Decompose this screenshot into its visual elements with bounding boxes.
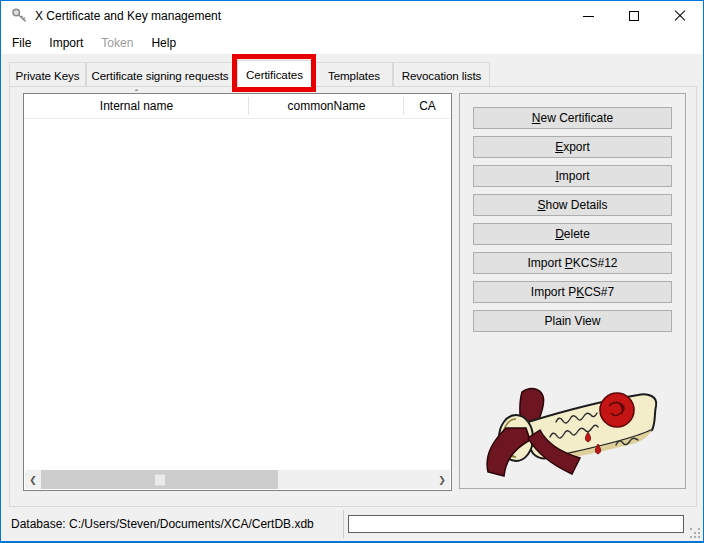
certificate-list-body[interactable]	[24, 120, 451, 469]
column-label: commonName	[287, 99, 365, 113]
scrollbar-grip	[155, 474, 165, 485]
menu-help[interactable]: Help	[142, 31, 185, 54]
column-header-internal-name[interactable]: ˆ Internal name	[24, 94, 249, 118]
column-header-common-name[interactable]: commonName	[249, 94, 404, 118]
database-path-label: Database: C:/Users/Steven/Documents/XCA/…	[11, 507, 314, 541]
minimize-button[interactable]	[565, 1, 611, 31]
import-button[interactable]: Import	[473, 165, 672, 187]
xca-window: X Certificate and Key management File Im…	[0, 0, 704, 543]
title-bar: X Certificate and Key management	[1, 1, 703, 31]
key-icon	[11, 7, 29, 25]
close-button[interactable]	[657, 1, 703, 31]
menu-import[interactable]: Import	[40, 31, 92, 54]
scrollbar-thumb[interactable]	[41, 470, 278, 489]
tab-revocation-lists[interactable]: Revocation lists	[393, 62, 490, 87]
column-label: CA	[419, 99, 436, 113]
sort-ascending-icon: ˆ	[135, 90, 138, 100]
tab-certificate-signing-requests[interactable]: Certificate signing requests	[86, 62, 234, 87]
maximize-button[interactable]	[611, 1, 657, 31]
tab-certificates[interactable]: Certificates	[237, 60, 312, 87]
scroll-left-icon[interactable]: ❮	[25, 470, 41, 489]
certificate-list-header: ˆ Internal name commonName CA	[24, 94, 451, 119]
certificate-scroll-logo	[476, 382, 668, 480]
minimize-icon	[583, 16, 594, 17]
window-controls	[565, 1, 703, 31]
tab-templates[interactable]: Templates	[315, 62, 393, 87]
resize-grip[interactable]	[690, 528, 700, 538]
column-header-ca[interactable]: CA	[404, 94, 451, 118]
certificate-list: ˆ Internal name commonName CA ❮	[23, 93, 452, 491]
status-divider	[343, 510, 344, 538]
action-panel: New Certificate Export Import Show Detai…	[459, 93, 686, 489]
menu-token: Token	[92, 31, 142, 54]
scroll-right-icon[interactable]: ❯	[434, 470, 450, 489]
close-icon	[674, 10, 686, 22]
window-title: X Certificate and Key management	[35, 9, 221, 23]
search-filter-input[interactable]	[348, 515, 684, 533]
maximize-icon	[629, 11, 639, 21]
menu-bar: File Import Token Help	[1, 31, 703, 54]
delete-button[interactable]: Delete	[473, 223, 672, 245]
new-certificate-button[interactable]: New Certificate	[473, 107, 672, 129]
import-pkcs12-button[interactable]: Import PKCS#12	[473, 252, 672, 274]
export-button[interactable]: Export	[473, 136, 672, 158]
import-pkcs7-button[interactable]: Import PKCS#7	[473, 281, 672, 303]
status-bar: Database: C:/Users/Steven/Documents/XCA/…	[1, 507, 703, 541]
scrollbar-track[interactable]	[41, 470, 434, 489]
column-label: Internal name	[100, 99, 173, 113]
show-details-button[interactable]: Show Details	[473, 194, 672, 216]
plain-view-button[interactable]: Plain View	[473, 310, 672, 332]
certificates-tab-page: ˆ Internal name commonName CA ❮	[9, 86, 697, 507]
horizontal-scrollbar: ❮ ❯	[25, 470, 450, 489]
menu-file[interactable]: File	[3, 31, 40, 54]
tab-private-keys[interactable]: Private Keys	[9, 62, 86, 87]
